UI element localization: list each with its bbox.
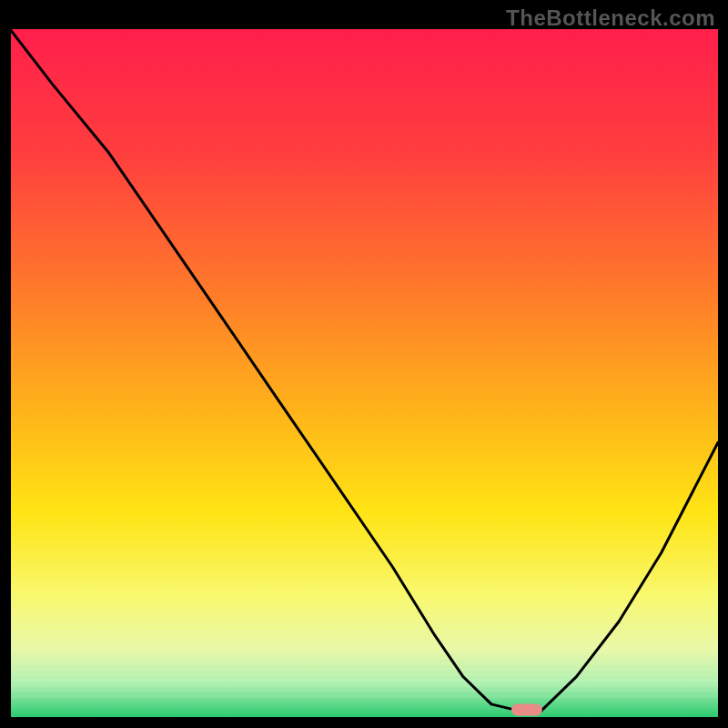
chart-svg [10, 29, 718, 718]
svg-rect-6 [10, 613, 718, 616]
svg-rect-20 [10, 690, 718, 693]
svg-rect-11 [10, 641, 718, 643]
svg-rect-3 [10, 597, 718, 600]
svg-rect-8 [10, 624, 718, 627]
svg-rect-1 [10, 586, 718, 589]
svg-rect-15 [10, 662, 718, 665]
svg-rect-4 [10, 602, 718, 605]
svg-rect-16 [10, 668, 718, 671]
svg-rect-2 [10, 592, 718, 594]
svg-rect-19 [10, 684, 718, 687]
svg-rect-13 [10, 652, 718, 654]
chart-frame [10, 29, 718, 718]
plot-area [10, 29, 718, 718]
svg-rect-18 [10, 679, 718, 682]
svg-rect-10 [10, 635, 718, 638]
svg-rect-12 [10, 646, 718, 649]
svg-rect-7 [10, 619, 718, 622]
svg-rect-21 [10, 695, 718, 698]
watermark-text: TheBottleneck.com [506, 5, 715, 31]
svg-rect-14 [10, 657, 718, 660]
svg-rect-0 [10, 581, 718, 583]
optimal-marker [511, 703, 542, 715]
chart-container: TheBottleneck.com [0, 0, 728, 728]
svg-rect-17 [10, 673, 718, 676]
svg-rect-5 [10, 608, 718, 611]
